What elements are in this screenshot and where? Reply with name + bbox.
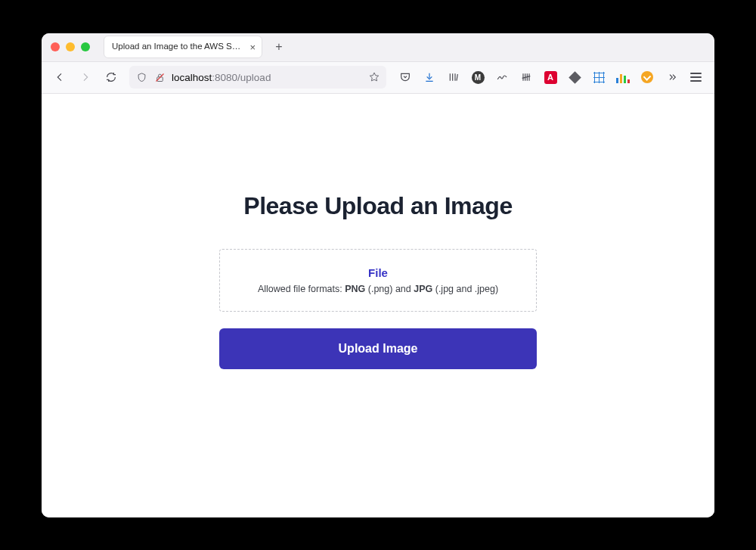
extension-cube-icon[interactable]: [563, 67, 586, 88]
pocket-icon[interactable]: [394, 67, 417, 88]
extension-bars-icon[interactable]: [612, 67, 634, 88]
extension-grid-icon[interactable]: [587, 67, 610, 88]
hint-prefix: Allowed file formats:: [258, 284, 345, 294]
app-menu-button[interactable]: [684, 67, 707, 88]
nav-back-button[interactable]: [49, 67, 70, 88]
downloads-icon[interactable]: [418, 67, 441, 88]
hint-jpg-ext: (.jpg and .jpeg): [432, 284, 498, 294]
url-text: localhost:8080/upload: [172, 72, 271, 83]
tab-strip: Upload an Image to the AWS S3 Buc × +: [42, 33, 714, 62]
close-tab-icon[interactable]: ×: [249, 42, 256, 52]
hint-jpg: JPG: [414, 284, 432, 294]
extension-m-icon[interactable]: M: [466, 67, 489, 88]
nav-forward-button[interactable]: [75, 67, 96, 88]
browser-tab[interactable]: Upload an Image to the AWS S3 Buc ×: [104, 36, 262, 58]
url-path: /upload: [237, 72, 271, 83]
page-heading: Please Upload an Image: [243, 192, 512, 220]
tab-title: Upload an Image to the AWS S3 Buc: [112, 42, 243, 51]
browser-toolbar: localhost:8080/upload M A: [42, 62, 714, 94]
overflow-icon[interactable]: [660, 67, 683, 88]
hint-png-ext: (.png) and: [365, 284, 414, 294]
url-port: :8080: [212, 72, 237, 83]
file-dropzone[interactable]: File Allowed file formats: PNG (.png) an…: [219, 249, 537, 312]
page-content: Please Upload an Image File Allowed file…: [42, 94, 714, 517]
extension-nessie-icon[interactable]: [491, 67, 513, 88]
dropzone-hint: Allowed file formats: PNG (.png) and JPG…: [232, 284, 524, 294]
library-icon[interactable]: [442, 67, 465, 88]
maximize-window-button[interactable]: [81, 42, 90, 51]
hint-png: PNG: [345, 284, 365, 294]
close-window-button[interactable]: [51, 42, 60, 51]
reload-button[interactable]: [101, 67, 122, 88]
extension-check-icon[interactable]: [636, 67, 658, 88]
extension-angular-icon[interactable]: A: [539, 67, 562, 88]
shield-icon: [135, 71, 147, 83]
extension-tally-icon[interactable]: [515, 67, 538, 88]
browser-window: Upload an Image to the AWS S3 Buc × + lo…: [42, 33, 714, 517]
url-bar[interactable]: localhost:8080/upload: [129, 66, 386, 89]
dropzone-title: File: [232, 266, 524, 279]
new-tab-button[interactable]: +: [268, 36, 290, 57]
url-host: localhost: [172, 72, 212, 83]
toolbar-actions: M A: [394, 67, 707, 88]
window-controls: [51, 42, 90, 51]
minimize-window-button[interactable]: [66, 42, 75, 51]
upload-image-button[interactable]: Upload Image: [219, 328, 537, 369]
bookmark-star-icon[interactable]: [368, 71, 380, 83]
insecure-lock-icon: [153, 71, 166, 83]
